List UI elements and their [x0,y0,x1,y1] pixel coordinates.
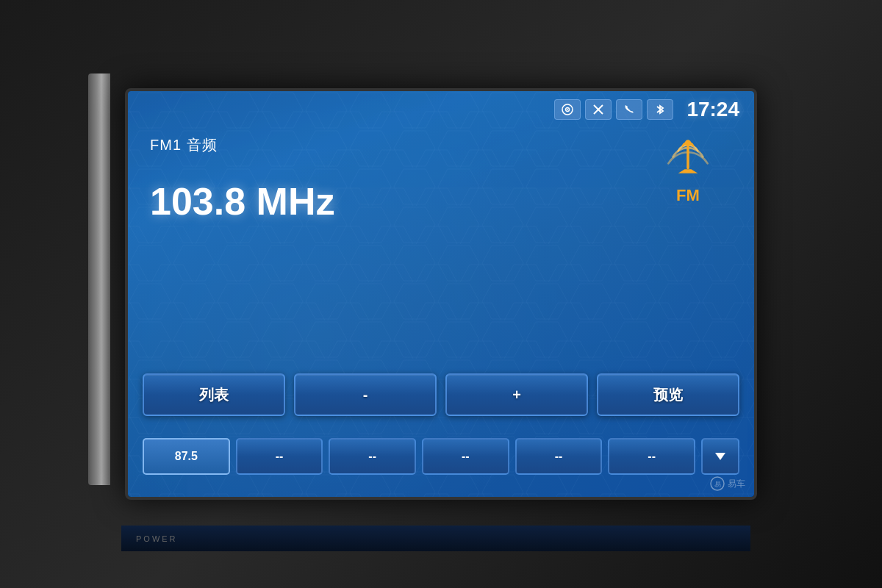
preset-button-5[interactable]: -- [515,438,603,475]
svg-point-7 [567,109,568,110]
power-label: POWER [136,534,178,543]
bottom-strip: POWER [121,526,750,551]
screen-bezel: 17:24 FM1 音频 103.8 MHz [125,88,757,500]
list-button[interactable]: 列表 [143,373,285,416]
plus-button[interactable]: + [445,373,588,416]
preset-button-2[interactable]: -- [236,438,323,475]
svg-marker-13 [715,453,725,460]
main-buttons: 列表 - + 预览 [143,373,739,416]
phone-icon [616,99,642,120]
watermark-text: 易车 [728,478,745,490]
car-frame: 17:24 FM1 音频 103.8 MHz [0,0,882,588]
top-bar: 17:24 [128,91,754,128]
scroll-down-button[interactable] [701,438,739,475]
radio-waves [659,132,717,183]
svg-rect-11 [686,143,689,170]
screen: 17:24 FM1 音频 103.8 MHz [128,91,754,497]
preset-row: 87.5 -- -- -- -- -- [143,438,739,475]
preset-button-1[interactable]: 87.5 [143,438,230,475]
status-icons [554,99,673,120]
left-chrome-bezel [88,74,110,485]
frequency-display: 103.8 MHz [150,179,334,223]
fm-label: FM [676,186,700,205]
preview-button[interactable]: 预览 [597,373,739,416]
svg-text:易: 易 [714,481,721,488]
preset-button-4[interactable]: -- [422,438,509,475]
time-display: 17:24 [686,98,739,121]
watermark: 易 易车 [710,476,745,491]
disc-icon [554,99,581,120]
mute-icon [585,99,612,120]
svg-marker-12 [678,169,698,173]
preset-button-3[interactable]: -- [329,438,416,475]
station-label: FM1 音频 [150,135,218,155]
preset-button-6[interactable]: -- [608,438,695,475]
fm-icon-container: FM [659,132,717,205]
bluetooth-icon [647,99,673,120]
minus-button[interactable]: - [294,373,437,416]
